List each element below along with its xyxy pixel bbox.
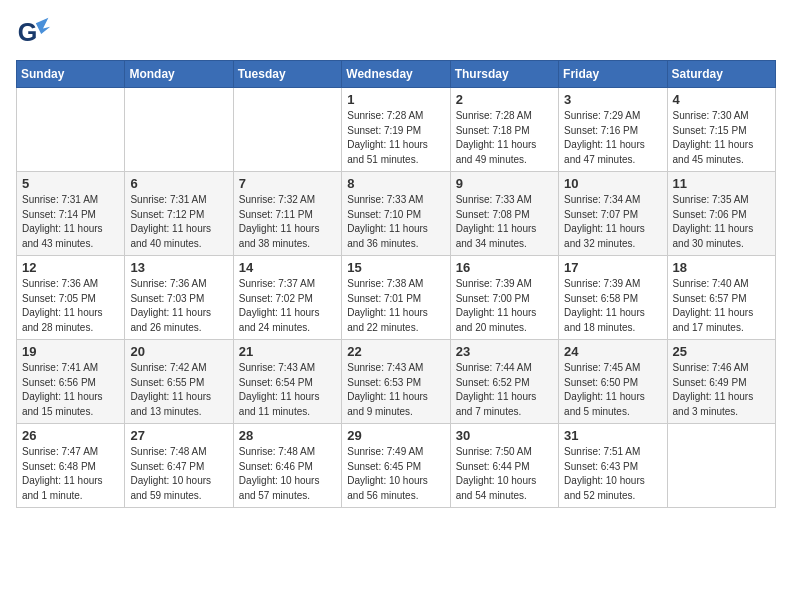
calendar-cell: 30Sunrise: 7:50 AM Sunset: 6:44 PM Dayli… <box>450 424 558 508</box>
day-info: Sunrise: 7:42 AM Sunset: 6:55 PM Dayligh… <box>130 361 227 419</box>
day-info: Sunrise: 7:39 AM Sunset: 6:58 PM Dayligh… <box>564 277 661 335</box>
day-number: 24 <box>564 344 661 359</box>
calendar-cell: 19Sunrise: 7:41 AM Sunset: 6:56 PM Dayli… <box>17 340 125 424</box>
calendar-week-row: 1Sunrise: 7:28 AM Sunset: 7:19 PM Daylig… <box>17 88 776 172</box>
day-info: Sunrise: 7:32 AM Sunset: 7:11 PM Dayligh… <box>239 193 336 251</box>
calendar-header-row: SundayMondayTuesdayWednesdayThursdayFrid… <box>17 61 776 88</box>
calendar-cell: 4Sunrise: 7:30 AM Sunset: 7:15 PM Daylig… <box>667 88 775 172</box>
calendar-day-header: Friday <box>559 61 667 88</box>
day-number: 13 <box>130 260 227 275</box>
day-number: 15 <box>347 260 444 275</box>
day-info: Sunrise: 7:43 AM Sunset: 6:54 PM Dayligh… <box>239 361 336 419</box>
day-info: Sunrise: 7:33 AM Sunset: 7:08 PM Dayligh… <box>456 193 553 251</box>
calendar-cell: 5Sunrise: 7:31 AM Sunset: 7:14 PM Daylig… <box>17 172 125 256</box>
day-number: 14 <box>239 260 336 275</box>
calendar-cell: 14Sunrise: 7:37 AM Sunset: 7:02 PM Dayli… <box>233 256 341 340</box>
day-info: Sunrise: 7:46 AM Sunset: 6:49 PM Dayligh… <box>673 361 770 419</box>
day-number: 8 <box>347 176 444 191</box>
day-number: 17 <box>564 260 661 275</box>
calendar-cell: 21Sunrise: 7:43 AM Sunset: 6:54 PM Dayli… <box>233 340 341 424</box>
calendar-cell: 12Sunrise: 7:36 AM Sunset: 7:05 PM Dayli… <box>17 256 125 340</box>
day-number: 16 <box>456 260 553 275</box>
day-info: Sunrise: 7:47 AM Sunset: 6:48 PM Dayligh… <box>22 445 119 503</box>
day-number: 5 <box>22 176 119 191</box>
day-info: Sunrise: 7:34 AM Sunset: 7:07 PM Dayligh… <box>564 193 661 251</box>
calendar-week-row: 26Sunrise: 7:47 AM Sunset: 6:48 PM Dayli… <box>17 424 776 508</box>
day-number: 22 <box>347 344 444 359</box>
logo: G <box>16 16 56 52</box>
day-number: 12 <box>22 260 119 275</box>
day-number: 28 <box>239 428 336 443</box>
day-info: Sunrise: 7:39 AM Sunset: 7:00 PM Dayligh… <box>456 277 553 335</box>
day-info: Sunrise: 7:48 AM Sunset: 6:47 PM Dayligh… <box>130 445 227 503</box>
day-number: 6 <box>130 176 227 191</box>
calendar-cell: 10Sunrise: 7:34 AM Sunset: 7:07 PM Dayli… <box>559 172 667 256</box>
calendar-cell: 15Sunrise: 7:38 AM Sunset: 7:01 PM Dayli… <box>342 256 450 340</box>
calendar-cell: 20Sunrise: 7:42 AM Sunset: 6:55 PM Dayli… <box>125 340 233 424</box>
day-number: 31 <box>564 428 661 443</box>
calendar-cell: 1Sunrise: 7:28 AM Sunset: 7:19 PM Daylig… <box>342 88 450 172</box>
day-info: Sunrise: 7:31 AM Sunset: 7:14 PM Dayligh… <box>22 193 119 251</box>
calendar-week-row: 12Sunrise: 7:36 AM Sunset: 7:05 PM Dayli… <box>17 256 776 340</box>
calendar-cell: 18Sunrise: 7:40 AM Sunset: 6:57 PM Dayli… <box>667 256 775 340</box>
day-info: Sunrise: 7:29 AM Sunset: 7:16 PM Dayligh… <box>564 109 661 167</box>
day-number: 2 <box>456 92 553 107</box>
day-number: 19 <box>22 344 119 359</box>
logo-icon: G <box>16 16 52 52</box>
day-number: 20 <box>130 344 227 359</box>
day-info: Sunrise: 7:40 AM Sunset: 6:57 PM Dayligh… <box>673 277 770 335</box>
calendar-cell: 17Sunrise: 7:39 AM Sunset: 6:58 PM Dayli… <box>559 256 667 340</box>
day-info: Sunrise: 7:49 AM Sunset: 6:45 PM Dayligh… <box>347 445 444 503</box>
day-number: 30 <box>456 428 553 443</box>
calendar-cell <box>667 424 775 508</box>
calendar-cell: 24Sunrise: 7:45 AM Sunset: 6:50 PM Dayli… <box>559 340 667 424</box>
calendar-day-header: Wednesday <box>342 61 450 88</box>
day-number: 3 <box>564 92 661 107</box>
calendar-cell: 13Sunrise: 7:36 AM Sunset: 7:03 PM Dayli… <box>125 256 233 340</box>
day-info: Sunrise: 7:30 AM Sunset: 7:15 PM Dayligh… <box>673 109 770 167</box>
calendar-cell: 27Sunrise: 7:48 AM Sunset: 6:47 PM Dayli… <box>125 424 233 508</box>
calendar-cell: 2Sunrise: 7:28 AM Sunset: 7:18 PM Daylig… <box>450 88 558 172</box>
svg-text:G: G <box>18 18 38 46</box>
day-info: Sunrise: 7:44 AM Sunset: 6:52 PM Dayligh… <box>456 361 553 419</box>
calendar-day-header: Tuesday <box>233 61 341 88</box>
day-info: Sunrise: 7:41 AM Sunset: 6:56 PM Dayligh… <box>22 361 119 419</box>
calendar-cell <box>125 88 233 172</box>
calendar-cell: 6Sunrise: 7:31 AM Sunset: 7:12 PM Daylig… <box>125 172 233 256</box>
calendar-cell <box>17 88 125 172</box>
day-info: Sunrise: 7:50 AM Sunset: 6:44 PM Dayligh… <box>456 445 553 503</box>
day-info: Sunrise: 7:28 AM Sunset: 7:18 PM Dayligh… <box>456 109 553 167</box>
day-number: 11 <box>673 176 770 191</box>
day-info: Sunrise: 7:31 AM Sunset: 7:12 PM Dayligh… <box>130 193 227 251</box>
day-number: 1 <box>347 92 444 107</box>
day-number: 18 <box>673 260 770 275</box>
day-number: 25 <box>673 344 770 359</box>
calendar-cell: 8Sunrise: 7:33 AM Sunset: 7:10 PM Daylig… <box>342 172 450 256</box>
day-info: Sunrise: 7:43 AM Sunset: 6:53 PM Dayligh… <box>347 361 444 419</box>
calendar-cell: 28Sunrise: 7:48 AM Sunset: 6:46 PM Dayli… <box>233 424 341 508</box>
calendar-week-row: 19Sunrise: 7:41 AM Sunset: 6:56 PM Dayli… <box>17 340 776 424</box>
day-number: 9 <box>456 176 553 191</box>
day-info: Sunrise: 7:38 AM Sunset: 7:01 PM Dayligh… <box>347 277 444 335</box>
calendar-cell: 23Sunrise: 7:44 AM Sunset: 6:52 PM Dayli… <box>450 340 558 424</box>
calendar-cell: 11Sunrise: 7:35 AM Sunset: 7:06 PM Dayli… <box>667 172 775 256</box>
day-info: Sunrise: 7:37 AM Sunset: 7:02 PM Dayligh… <box>239 277 336 335</box>
calendar-day-header: Monday <box>125 61 233 88</box>
day-number: 10 <box>564 176 661 191</box>
calendar-cell: 16Sunrise: 7:39 AM Sunset: 7:00 PM Dayli… <box>450 256 558 340</box>
day-info: Sunrise: 7:51 AM Sunset: 6:43 PM Dayligh… <box>564 445 661 503</box>
calendar-cell: 9Sunrise: 7:33 AM Sunset: 7:08 PM Daylig… <box>450 172 558 256</box>
calendar-cell: 3Sunrise: 7:29 AM Sunset: 7:16 PM Daylig… <box>559 88 667 172</box>
day-info: Sunrise: 7:36 AM Sunset: 7:05 PM Dayligh… <box>22 277 119 335</box>
calendar-cell <box>233 88 341 172</box>
svg-marker-1 <box>36 18 50 34</box>
day-number: 21 <box>239 344 336 359</box>
day-info: Sunrise: 7:33 AM Sunset: 7:10 PM Dayligh… <box>347 193 444 251</box>
calendar-day-header: Saturday <box>667 61 775 88</box>
calendar-cell: 22Sunrise: 7:43 AM Sunset: 6:53 PM Dayli… <box>342 340 450 424</box>
day-info: Sunrise: 7:48 AM Sunset: 6:46 PM Dayligh… <box>239 445 336 503</box>
day-number: 7 <box>239 176 336 191</box>
calendar-week-row: 5Sunrise: 7:31 AM Sunset: 7:14 PM Daylig… <box>17 172 776 256</box>
day-number: 29 <box>347 428 444 443</box>
calendar-cell: 26Sunrise: 7:47 AM Sunset: 6:48 PM Dayli… <box>17 424 125 508</box>
